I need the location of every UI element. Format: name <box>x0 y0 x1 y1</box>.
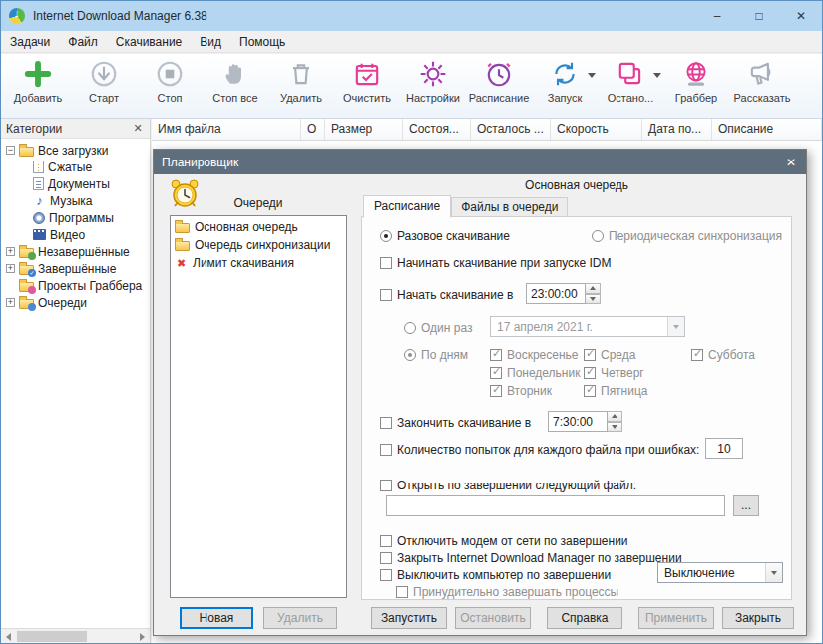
hangup-checkbox[interactable] <box>380 535 392 547</box>
toolbar-stop-button[interactable]: Стоп <box>137 57 203 118</box>
start-on-idm-row[interactable]: Начинать скачивание при запуске IDM <box>380 256 611 270</box>
menu-view[interactable]: Вид <box>191 31 230 53</box>
day-sunday-row[interactable]: Воскресенье <box>490 348 579 362</box>
scroll-left-icon[interactable] <box>1 630 16 643</box>
day-thursday-checkbox[interactable] <box>584 367 596 379</box>
stop-queue-button[interactable]: Остановить <box>455 607 531 629</box>
day-wednesday-row[interactable]: Среда <box>584 348 635 362</box>
categories-close-icon[interactable]: ✕ <box>131 122 145 135</box>
scroll-right-icon[interactable] <box>135 630 150 643</box>
open-file-row[interactable]: Открыть по завершении следующий файл: <box>380 479 636 492</box>
periodic-radio[interactable] <box>592 230 604 242</box>
once-radio-row[interactable]: Один раз <box>404 321 472 335</box>
column-q[interactable]: О <box>301 119 325 140</box>
force-processes-row[interactable]: Принудительно завершать процессы <box>396 585 618 599</box>
toolbar-options-button[interactable]: Настройки <box>400 57 466 118</box>
apply-button[interactable]: Применить <box>638 607 714 629</box>
menu-file[interactable]: Файл <box>59 31 107 53</box>
sidebar-item-unfinished[interactable]: Незавершённые <box>1 243 150 260</box>
stop-time-spinner[interactable] <box>608 411 622 432</box>
retries-input[interactable]: 10 <box>705 438 743 459</box>
day-friday-checkbox[interactable] <box>584 385 596 397</box>
menu-help[interactable]: Помощь <box>230 31 294 53</box>
day-tuesday-checkbox[interactable] <box>490 385 502 397</box>
help-button[interactable]: Справка <box>547 607 622 629</box>
browse-button[interactable]: ... <box>733 495 759 516</box>
shutdown-checkbox[interactable] <box>380 569 392 581</box>
close-button[interactable]: ✕ <box>780 1 822 31</box>
column-timeleft[interactable]: Осталось ... <box>471 119 551 140</box>
maximize-button[interactable]: □ <box>738 1 780 31</box>
toolbar-start-button[interactable]: Старт <box>71 57 137 118</box>
force-processes-checkbox[interactable] <box>396 586 408 598</box>
sidebar-item-video[interactable]: Видео <box>1 226 150 243</box>
hangup-row[interactable]: Отключить модем от сети по завершении <box>380 534 628 548</box>
sidebar-item-programs[interactable]: Программы <box>1 209 150 226</box>
start-time-input[interactable]: 23:00:00 <box>526 283 586 304</box>
minimize-button[interactable]: – <box>696 1 738 31</box>
toolbar-add-button[interactable]: Добавить <box>5 57 71 118</box>
day-sunday-checkbox[interactable] <box>490 349 502 361</box>
retries-row[interactable]: Количество попыток для каждого файла при… <box>380 443 699 457</box>
day-tuesday-row[interactable]: Вторник <box>490 384 552 398</box>
start-on-idm-checkbox[interactable] <box>380 257 392 269</box>
column-date[interactable]: Дата по... <box>642 119 712 140</box>
start-queue-dropdown-icon[interactable] <box>588 73 596 78</box>
day-monday-row[interactable]: Понедельник <box>490 366 580 380</box>
open-file-input[interactable] <box>386 495 725 516</box>
shutdown-row[interactable]: Выключить компьютер по завершении <box>380 568 611 582</box>
menu-downloads[interactable]: Скачивание <box>107 31 191 53</box>
by-days-radio[interactable] <box>404 349 416 361</box>
once-radio[interactable] <box>404 322 416 334</box>
queue-item-main[interactable]: Основная очередь <box>171 218 346 236</box>
date-dropdown-icon[interactable] <box>667 317 684 336</box>
tab-schedule[interactable]: Расписание <box>363 195 451 218</box>
toolbar-scheduler-button[interactable]: Расписание <box>466 57 532 118</box>
exit-idm-row[interactable]: Закрыть Internet Download Manager по зав… <box>380 551 682 565</box>
sidebar-item-all-downloads[interactable]: Все загрузки <box>1 142 150 159</box>
start-at-checkbox[interactable] <box>380 289 392 301</box>
expander-icon[interactable] <box>6 247 15 256</box>
menu-tasks[interactable]: Задачи <box>1 31 59 53</box>
shutdown-mode-select[interactable]: Выключение <box>657 562 783 583</box>
one-time-radio-row[interactable]: Разовое скачивание <box>380 229 510 243</box>
toolbar-stop-queue-button[interactable]: Остано... <box>598 57 663 118</box>
queue-item-sync[interactable]: Очередь синхронизации <box>171 236 346 254</box>
day-saturday-row[interactable]: Суббота <box>691 348 755 362</box>
stop-time-input[interactable]: 7:30:00 <box>548 411 608 432</box>
sidebar-item-finished[interactable]: Завершённые <box>1 260 150 277</box>
queue-item-limit[interactable]: Лимит скачивания <box>171 254 346 272</box>
periodic-radio-row[interactable]: Периодическая синхронизация <box>592 229 782 243</box>
toolbar-clear-button[interactable]: Очистить <box>334 57 400 118</box>
date-picker[interactable]: 17 апреля 2021 г. <box>490 316 685 337</box>
stop-at-checkbox[interactable] <box>380 417 392 429</box>
day-saturday-checkbox[interactable] <box>691 349 703 361</box>
column-status[interactable]: Состоя... <box>403 119 471 140</box>
expander-icon[interactable] <box>6 264 15 273</box>
sidebar-item-compressed[interactable]: Сжатые <box>1 159 150 175</box>
day-thursday-row[interactable]: Четверг <box>584 366 644 380</box>
retries-checkbox[interactable] <box>380 444 392 456</box>
exit-idm-checkbox[interactable] <box>380 552 392 564</box>
expander-icon[interactable] <box>6 146 15 155</box>
column-size[interactable]: Размер <box>325 119 403 140</box>
column-filename[interactable]: Имя файла <box>152 119 301 140</box>
new-queue-button[interactable]: Новая <box>180 607 253 629</box>
scrollbar-thumb[interactable] <box>17 631 87 642</box>
toolbar-delete-button[interactable]: Удалить <box>268 57 334 118</box>
toolbar-tell-friends-button[interactable]: Рассказать <box>729 57 795 118</box>
close-dialog-button[interactable]: Закрыть <box>722 607 794 629</box>
dialog-close-icon[interactable]: ✕ <box>776 156 806 169</box>
start-time-spinner[interactable] <box>586 283 601 304</box>
combo-dropdown-icon[interactable] <box>765 563 782 582</box>
by-days-radio-row[interactable]: По дням <box>404 348 468 362</box>
stop-at-row[interactable]: Закончить скачивание в <box>380 416 531 430</box>
toolbar-start-queue-button[interactable]: Запуск <box>532 57 598 118</box>
sidebar-hscrollbar[interactable] <box>1 628 150 643</box>
expander-icon[interactable] <box>6 298 15 307</box>
column-speed[interactable]: Скорость <box>551 119 642 140</box>
sidebar-item-documents[interactable]: Документы <box>1 175 150 192</box>
toolbar-grabber-button[interactable]: Граббер <box>663 57 729 118</box>
delete-queue-button[interactable]: Удалить <box>263 607 337 629</box>
day-monday-checkbox[interactable] <box>490 367 502 379</box>
